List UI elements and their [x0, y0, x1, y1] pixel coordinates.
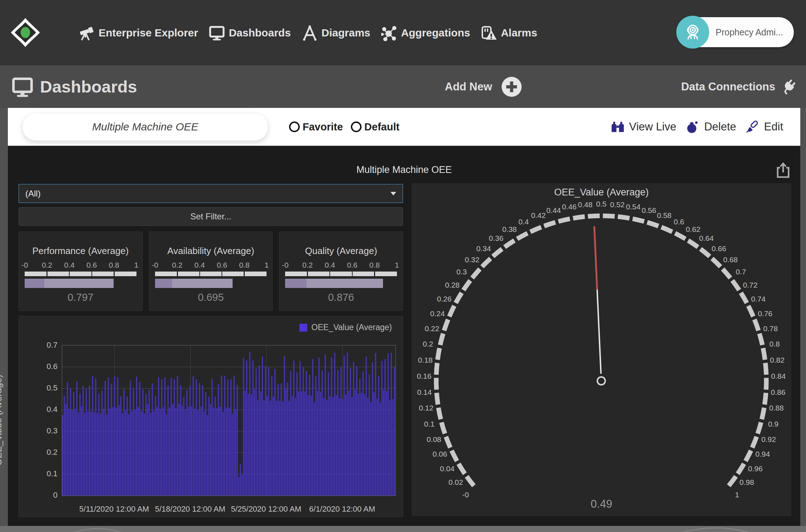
nav-dashboards[interactable]: Dashboards [209, 25, 290, 41]
svg-text:0.04: 0.04 [440, 464, 454, 473]
svg-text:0.6: 0.6 [674, 218, 684, 226]
svg-text:0.1: 0.1 [424, 420, 434, 428]
radial-gauge: -00.020.040.060.080.10.120.140.160.180.2… [412, 183, 791, 516]
default-radio[interactable]: Default [351, 121, 399, 133]
kpi-tick-label: 1 [264, 261, 269, 269]
dashboard-left-column: (All) Set Filter... Performance (Average… [19, 184, 403, 517]
nav-alarms[interactable]: Alarms [481, 25, 537, 41]
share-export-icon[interactable] [775, 161, 791, 179]
dashboard-name-input[interactable] [22, 113, 268, 141]
kpi-scale-labels: -00.20.40.60.81 [155, 261, 267, 270]
x-tick-label: 5/11/2020 12:00 AM [79, 504, 149, 514]
svg-text:0.48: 0.48 [578, 200, 593, 209]
plug-icon [781, 79, 797, 95]
decorative-curve [589, 527, 806, 532]
kpi-tick-label: 0.8 [239, 261, 249, 269]
svg-text:0.58: 0.58 [657, 211, 672, 219]
svg-text:0.88: 0.88 [769, 404, 784, 412]
svg-text:0.76: 0.76 [758, 309, 772, 318]
edit-button[interactable]: Edit [746, 120, 783, 134]
data-connections-button[interactable]: Data Connections [681, 65, 797, 108]
chart-legend: OEE_Value (Average) [299, 323, 392, 332]
plus-icon [502, 77, 522, 97]
svg-text:0.42: 0.42 [531, 211, 546, 219]
kpi-value: 0.797 [25, 292, 136, 303]
user-menu[interactable]: Prophecy Admi... [678, 17, 794, 47]
nav-aggregations[interactable]: Aggregations [381, 25, 470, 41]
svg-text:0.7: 0.7 [736, 268, 746, 276]
svg-text:0.84: 0.84 [771, 372, 786, 380]
kpi-row: Performance (Average) -00.20.40.60.81 0.… [19, 232, 403, 311]
plot-area [62, 345, 396, 496]
y-tick-label: 0.3 [30, 426, 58, 436]
kpi-tick-label: 0.4 [194, 261, 205, 269]
radio-circle-icon [351, 121, 362, 132]
machine-filter-select[interactable]: (All) [19, 184, 403, 203]
kpi-tick-label: -0 [151, 261, 158, 269]
view-live-button[interactable]: View Live [611, 120, 676, 133]
kpi-card-performance: Performance (Average) -00.20.40.60.81 0.… [19, 232, 143, 311]
alarm-card-icon [481, 25, 497, 41]
svg-text:0.4: 0.4 [518, 218, 529, 226]
svg-text:0.8: 0.8 [770, 340, 780, 348]
y-tick-label: 0.2 [30, 448, 58, 457]
svg-text:0.44: 0.44 [546, 206, 561, 214]
kpi-tick-label: 1 [134, 261, 139, 269]
add-new-button[interactable]: Add New [445, 65, 522, 108]
y-tick-label: 0.4 [30, 405, 58, 414]
svg-text:0.26: 0.26 [437, 295, 452, 303]
kpi-title: Performance (Average) [25, 245, 136, 257]
svg-text:0.94: 0.94 [755, 450, 770, 458]
kpi-tick-label: 0.8 [109, 261, 119, 269]
set-filter-button[interactable]: Set Filter... [19, 207, 403, 226]
favorite-radio[interactable]: Favorite [289, 121, 343, 133]
kpi-tick-label: 0.8 [369, 261, 380, 269]
svg-text:0.14: 0.14 [417, 388, 432, 396]
svg-text:0.38: 0.38 [502, 225, 517, 233]
toolbar-actions: View Live Delete [611, 120, 783, 134]
delete-button[interactable]: Delete [686, 120, 736, 134]
kpi-tick-label: -0 [21, 261, 28, 269]
y-tick-label: 0.5 [30, 383, 58, 393]
oee-bar-chart-card: OEE_Value (Average) OEE_Value (Average) … [19, 316, 403, 517]
kpi-scale-bar [285, 272, 397, 276]
monitor-icon [11, 76, 34, 98]
y-tick-label: 0.1 [30, 469, 58, 478]
svg-text:0.24: 0.24 [430, 309, 445, 318]
kpi-tick-label: -0 [282, 261, 289, 269]
add-new-label: Add New [445, 80, 492, 93]
svg-text:0.56: 0.56 [642, 206, 656, 214]
nav-label: Dashboards [229, 27, 290, 39]
svg-text:0.86: 0.86 [771, 388, 786, 396]
nav-enterprise-explorer[interactable]: Enterprise Explorer [79, 25, 198, 41]
svg-text:0.64: 0.64 [699, 234, 714, 242]
app-logo-icon[interactable] [10, 17, 41, 48]
kpi-tick-label: 0.4 [64, 261, 74, 269]
kpi-scale-labels: -00.20.40.60.81 [25, 261, 136, 270]
favorite-label: Favorite [303, 121, 343, 133]
nav-diagrams[interactable]: Diagrams [302, 25, 370, 41]
x-tick-label: 5/18/2020 12:00 AM [155, 504, 225, 514]
kpi-title: Quality (Average) [285, 245, 397, 257]
dashboard-title: Multiple Machine OEE [8, 164, 800, 175]
kpi-scale-bar [25, 272, 136, 276]
network-nodes-icon [381, 25, 398, 41]
monitor-icon [209, 25, 225, 41]
selected-option: (All) [25, 189, 41, 199]
nav-label: Diagrams [322, 27, 370, 39]
svg-text:0.32: 0.32 [465, 255, 479, 264]
svg-text:0.54: 0.54 [626, 203, 641, 211]
svg-text:0.92: 0.92 [761, 435, 776, 443]
svg-text:0.74: 0.74 [751, 295, 766, 303]
svg-text:0.78: 0.78 [763, 324, 778, 333]
svg-text:0.52: 0.52 [610, 200, 625, 209]
oee-radial-gauge-panel: OEE_Value (Average) -00.020.040.060.080.… [412, 183, 791, 516]
svg-text:0.34: 0.34 [476, 244, 491, 253]
svg-text:0.46: 0.46 [562, 203, 577, 211]
y-tick-label: 0 [30, 491, 58, 500]
svg-text:0.96: 0.96 [748, 464, 763, 473]
kpi-scale-bar [155, 272, 267, 276]
svg-text:0.02: 0.02 [448, 478, 463, 486]
svg-text:0.12: 0.12 [419, 404, 433, 412]
bar-series [62, 345, 395, 496]
